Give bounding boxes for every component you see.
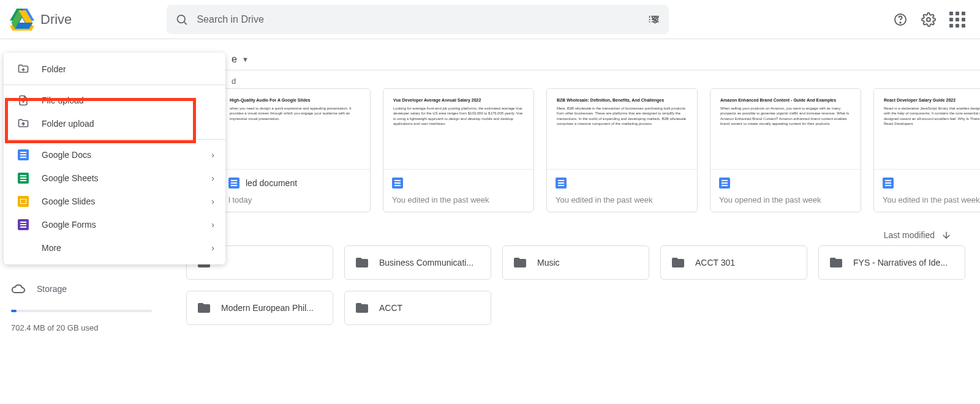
folder-tile[interactable]: Music — [502, 245, 649, 280]
folder-icon — [671, 255, 685, 270]
folder-tile[interactable]: ACCT 301 — [660, 245, 807, 280]
brand[interactable]: Drive — [7, 7, 167, 32]
breadcrumb-current: e — [232, 54, 237, 65]
menu-item-google-slides[interactable]: Google Slides › — [4, 190, 225, 213]
google-apps-icon[interactable] — [949, 12, 965, 28]
google-docs-icon — [17, 149, 29, 161]
menu-item-google-forms[interactable]: Google Forms › — [4, 213, 225, 236]
menu-separator — [4, 139, 225, 140]
chevron-down-icon: ▼ — [242, 56, 249, 63]
suggested-card[interactable]: B2B Wholesale: Definition, Benefits, And… — [546, 88, 698, 212]
chevron-right-icon: › — [211, 196, 214, 206]
new-menu: Folder File upload Folder upload Google … — [4, 53, 225, 264]
svg-point-12 — [900, 22, 901, 23]
menu-item-label: File upload — [42, 95, 84, 105]
search-icon — [175, 12, 188, 27]
brand-name: Drive — [40, 12, 72, 28]
card-thumbnail: High-Quality Audio For A Google Slides w… — [220, 89, 370, 170]
google-sheets-icon — [17, 172, 29, 184]
menu-item-label: Folder — [42, 64, 66, 74]
storage-usage-text: 702.4 MB of 20 GB used — [11, 323, 158, 332]
search-options-icon[interactable] — [647, 12, 660, 27]
help-icon[interactable] — [893, 12, 908, 27]
card-subtitle: l today — [228, 195, 361, 204]
suggested-card[interactable]: High-Quality Audio For A Google Slides w… — [219, 88, 371, 212]
menu-item-google-sheets[interactable]: Google Sheets › — [4, 166, 225, 190]
suggested-card[interactable]: Amazon Enhanced Brand Content - Guide An… — [710, 88, 861, 212]
file-upload-icon — [17, 94, 29, 107]
sort-label: Last modified — [884, 230, 935, 240]
chevron-right-icon: › — [211, 243, 214, 253]
folders-header: Folders Last modified — [179, 212, 980, 245]
menu-separator — [4, 84, 225, 85]
cloud-icon — [11, 282, 26, 296]
google-slides-icon — [17, 195, 29, 208]
folder-icon — [513, 255, 527, 270]
header: Drive — [0, 0, 980, 39]
storage-label: Storage — [37, 284, 67, 294]
folder-name: Music — [537, 258, 560, 267]
folder-name: FYS - Narratives of Ide... — [853, 258, 948, 267]
folder-icon — [355, 301, 369, 315]
search-wrap — [167, 5, 893, 34]
folder-plus-icon — [17, 63, 29, 75]
folder-upload-icon — [17, 118, 29, 130]
folder-icon — [355, 255, 369, 270]
folder-name: Business Communicati... — [379, 258, 473, 267]
menu-item-file-upload[interactable]: File upload — [4, 89, 225, 112]
google-docs-icon — [392, 178, 403, 189]
storage-progress — [11, 310, 152, 312]
folder-icon — [829, 255, 843, 270]
search-bar[interactable] — [167, 5, 669, 34]
menu-item-label: Google Sheets — [42, 173, 99, 183]
card-subtitle: You edited in the past week — [392, 195, 525, 204]
menu-item-more[interactable]: More › — [4, 236, 225, 260]
card-thumbnail: Vue Developer Average Annual Salary 2022… — [383, 89, 533, 170]
chevron-right-icon: › — [211, 220, 214, 230]
sidebar-storage: Storage 702.4 MB of 20 GB used — [11, 282, 158, 332]
sort-control[interactable]: Last modified — [884, 230, 970, 241]
folder-tile[interactable]: Business Communicati... — [344, 245, 491, 280]
google-forms-icon — [17, 219, 29, 231]
folders-grid: Business Communicati... Music ACCT 301 F… — [179, 245, 980, 325]
menu-item-label: Folder upload — [42, 119, 94, 129]
menu-item-label: More — [42, 243, 61, 253]
main: e ▼ d High-Quality Audio For A Google Sl… — [179, 49, 980, 325]
folder-name: Modern European Phil... — [221, 303, 314, 313]
svg-point-6 — [178, 15, 185, 22]
folder-icon — [197, 301, 211, 315]
breadcrumb[interactable]: e ▼ — [179, 49, 980, 70]
drive-logo-icon — [10, 7, 34, 32]
svg-point-9 — [652, 16, 655, 18]
card-thumbnail: Amazon Enhanced Brand Content - Guide An… — [710, 89, 861, 170]
sidebar-item-storage[interactable]: Storage — [11, 282, 158, 296]
google-docs-icon — [883, 178, 894, 189]
svg-point-13 — [927, 18, 930, 21]
svg-point-8 — [655, 18, 658, 21]
chevron-right-icon: › — [211, 150, 214, 160]
folder-tile[interactable]: Modern European Phil... — [186, 291, 333, 325]
menu-item-label: Google Forms — [42, 220, 96, 230]
suggested-card[interactable]: Vue Developer Average Annual Salary 2022… — [383, 88, 534, 212]
search-input[interactable] — [197, 14, 630, 25]
settings-gear-icon[interactable] — [921, 12, 936, 27]
menu-item-label: Google Docs — [42, 150, 91, 160]
header-actions — [893, 12, 973, 28]
folder-tile[interactable]: FYS - Narratives of Ide... — [818, 245, 965, 280]
arrow-down-icon — [941, 230, 952, 241]
folder-name: ACCT 301 — [695, 258, 735, 267]
menu-item-new-folder[interactable]: Folder — [4, 58, 225, 81]
blank-icon — [17, 242, 29, 254]
svg-line-7 — [184, 22, 187, 24]
card-subtitle: You opened in the past week — [719, 195, 852, 204]
menu-item-folder-upload[interactable]: Folder upload — [4, 112, 225, 135]
folder-tile[interactable]: ACCT — [344, 291, 491, 325]
suggested-row: High-Quality Audio For A Google Slides w… — [179, 88, 980, 212]
card-thumbnail: B2B Wholesale: Definition, Benefits, And… — [547, 89, 697, 170]
google-docs-icon — [719, 178, 730, 189]
google-docs-icon — [556, 178, 567, 189]
suggested-card[interactable]: React Developer Salary Guide 2022 React … — [873, 88, 980, 212]
menu-item-google-docs[interactable]: Google Docs › — [4, 143, 225, 166]
card-subtitle: You edited in the past week — [883, 195, 980, 204]
card-thumbnail: React Developer Salary Guide 2022 React … — [874, 89, 980, 170]
